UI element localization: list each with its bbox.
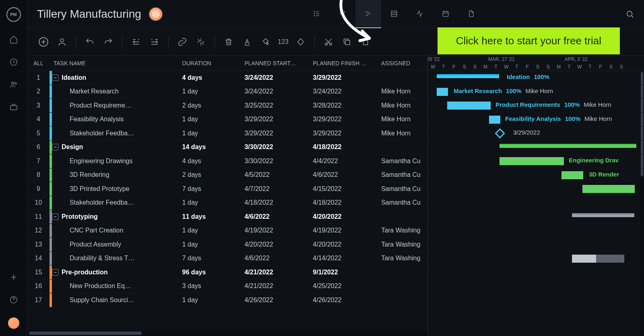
plus-icon[interactable] — [9, 272, 19, 282]
gantt-row[interactable]: 3D Render — [428, 168, 644, 183]
table-row[interactable]: 9 3D Printed Prototype 7 days 4/7/2022 4… — [27, 182, 427, 196]
gantt-bar[interactable] — [500, 157, 564, 165]
user-avatar[interactable] — [8, 317, 19, 329]
gantt-row[interactable] — [428, 224, 644, 238]
cta-banner[interactable]: Click here to start your free trial — [438, 27, 620, 54]
col-all[interactable]: ALL — [27, 60, 50, 66]
gantt-row[interactable] — [428, 280, 644, 294]
search-icon[interactable] — [625, 10, 634, 19]
view-calendar-icon[interactable] — [433, 0, 458, 28]
gantt-row[interactable]: Ideation100% — [428, 71, 644, 85]
table-row[interactable]: 17 Supply Chain Sourci… 1 day 4/26/2022 … — [27, 293, 427, 307]
link-icon[interactable] — [176, 35, 189, 48]
table-row[interactable]: 3 Product Requireme… 2 days 3/25/2022 3/… — [27, 99, 427, 113]
unlink-icon[interactable] — [194, 35, 207, 48]
col-name[interactable]: TASK NAME — [50, 60, 182, 66]
table-row[interactable]: 4 Feasibility Analysis 1 day 3/29/2022 3… — [27, 113, 427, 127]
delete-icon[interactable] — [222, 35, 235, 48]
gantt-row[interactable] — [428, 293, 644, 307]
paste-icon[interactable] — [359, 35, 372, 48]
copy-icon[interactable] — [341, 35, 353, 48]
gantt-bar[interactable] — [489, 116, 500, 124]
table-row[interactable]: 15 −Pre-production 96 days 4/21/2022 9/1… — [27, 265, 427, 280]
gantt-bar[interactable] — [437, 88, 448, 96]
gantt-row[interactable]: Engineering Drav — [428, 154, 644, 168]
gantt-row[interactable]: Feasibility Analysis100%Mike Horn — [428, 113, 644, 127]
help-icon[interactable] — [9, 295, 19, 305]
svg-point-13 — [325, 43, 327, 45]
gantt-row[interactable] — [428, 265, 644, 280]
col-finish[interactable]: PLANNED FINISH … — [313, 60, 381, 66]
task-name: 3D Rendering — [70, 171, 109, 178]
collapse-icon[interactable]: − — [52, 269, 58, 276]
recent-icon[interactable] — [9, 57, 19, 67]
gantt-label: 3/29/2022 — [513, 129, 540, 136]
milestone-icon[interactable] — [294, 35, 307, 48]
gantt-bar[interactable] — [596, 255, 624, 263]
indent-icon[interactable] — [148, 35, 161, 48]
gantt-row[interactable]: Market Research100%Mike Horn — [428, 85, 644, 99]
fill-icon[interactable] — [259, 35, 272, 48]
cell-finish: 4/25/2022 — [313, 282, 381, 290]
logo-badge[interactable]: PM — [6, 7, 21, 22]
day-label: M — [480, 64, 491, 70]
collapse-icon[interactable]: − — [52, 75, 58, 81]
assign-icon[interactable] — [56, 35, 68, 48]
collapse-icon[interactable]: − — [52, 214, 58, 220]
table-row[interactable]: 2 Market Research 1 day 3/24/2022 3/24/2… — [27, 85, 427, 99]
gantt-row[interactable]: 3/29/2022 — [428, 127, 644, 141]
add-task-icon[interactable] — [37, 35, 50, 48]
table-row[interactable]: 12 CNC Part Creation 1 day 4/19/2022 4/1… — [27, 224, 427, 238]
gantt-row[interactable] — [428, 141, 644, 155]
gantt-row[interactable]: Product Requirements100%Mike Horn — [428, 99, 644, 113]
table-row[interactable]: 5 Stakeholder Feedba… 1 day 3/29/2022 3/… — [27, 127, 427, 141]
gantt-summary-bar[interactable] — [437, 74, 499, 78]
week-label: MAR, 27 '22 — [488, 56, 515, 62]
gantt-bar[interactable] — [582, 185, 635, 193]
table-row[interactable]: 16 New Production Eq… 3 days 4/21/2022 4… — [27, 280, 427, 294]
people-icon[interactable] — [9, 80, 19, 89]
gantt-row[interactable] — [428, 252, 644, 266]
milestone-diamond-icon[interactable] — [495, 128, 505, 138]
row-number: 3 — [27, 102, 50, 109]
table-row[interactable]: 11 −Prototyping 11 days 4/6/2022 4/20/20… — [27, 210, 427, 224]
cell-duration: 7 days — [182, 185, 245, 193]
gantt-bar[interactable] — [447, 102, 491, 110]
gantt-summary-bar[interactable] — [500, 144, 636, 148]
gantt-row[interactable] — [428, 238, 644, 252]
cell-duration: 4 days — [182, 158, 245, 165]
col-duration[interactable]: DURATION — [182, 60, 245, 66]
table-row[interactable]: 6 −Design 14 days 3/30/2022 4/18/2022 — [27, 141, 427, 155]
view-file-icon[interactable] — [458, 0, 484, 28]
cell-start: 3/29/2022 — [244, 116, 313, 123]
gantt-row[interactable] — [428, 210, 644, 224]
gantt-bar[interactable] — [561, 171, 583, 179]
gantt-summary-bar[interactable] — [572, 213, 634, 217]
task-name: Ideation — [62, 74, 86, 81]
col-assigned[interactable]: ASSIGNED — [381, 60, 427, 66]
gantt-row[interactable] — [428, 182, 644, 196]
table-row[interactable]: 13 Product Assembly 1 day 4/20/2022 4/20… — [27, 238, 427, 252]
briefcase-icon[interactable] — [9, 102, 19, 112]
view-board-icon[interactable] — [330, 0, 355, 28]
view-gantt-icon[interactable] — [355, 0, 381, 28]
project-owner-avatar[interactable] — [149, 7, 163, 21]
table-row[interactable]: 14 Durability & Stress T… 7 days 4/6/202… — [27, 252, 427, 266]
table-row[interactable]: 1 −Ideation 4 days 3/24/2022 3/29/2022 — [27, 71, 427, 85]
gantt-row[interactable] — [428, 196, 644, 210]
table-row[interactable]: 10 Stakeholder Feedba… 1 day 4/18/2022 4… — [27, 196, 427, 210]
view-sheet-icon[interactable] — [381, 0, 407, 28]
view-activity-icon[interactable] — [407, 0, 433, 28]
table-row[interactable]: 7 Engineering Drawings 4 days 3/30/2022 … — [27, 154, 427, 168]
collapse-icon[interactable]: − — [52, 144, 58, 150]
outdent-icon[interactable] — [130, 35, 142, 48]
redo-icon[interactable] — [102, 35, 115, 48]
text-color-icon[interactable] — [241, 35, 254, 48]
col-start[interactable]: PLANNED START… — [244, 60, 313, 66]
view-list-icon[interactable] — [304, 0, 330, 28]
home-icon[interactable] — [9, 35, 19, 44]
cut-icon[interactable] — [322, 35, 335, 48]
h-scrollbar[interactable] — [27, 330, 427, 336]
undo-icon[interactable] — [83, 35, 96, 48]
table-row[interactable]: 8 3D Rendering 2 days 4/5/2022 4/6/2022 … — [27, 168, 427, 183]
